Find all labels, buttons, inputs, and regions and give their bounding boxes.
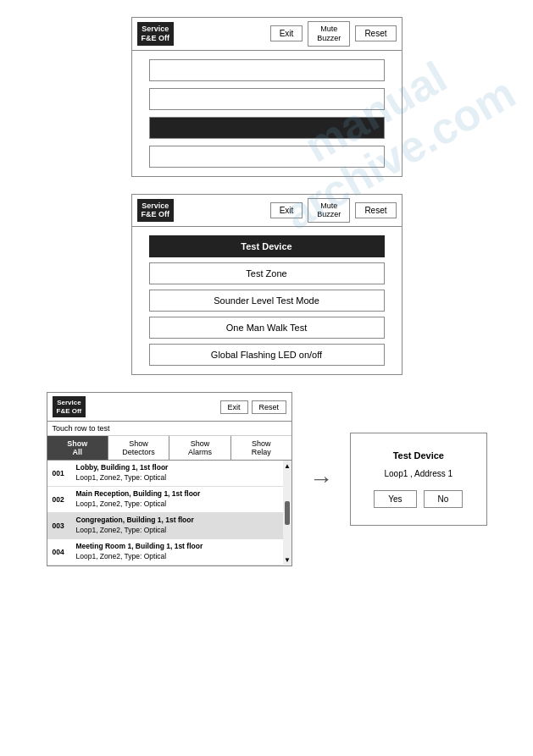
- panel2-body: Test Device Test Zone Sounder Level Test…: [132, 227, 402, 374]
- mute-button-1[interactable]: MuteBuzzer: [308, 21, 350, 47]
- panel-blank-input: ServiceF&E Off Exit MuteBuzzer Reset: [131, 17, 403, 177]
- yes-button[interactable]: Yes: [374, 490, 416, 508]
- filter-show-detectors[interactable]: ShowDetectors: [108, 436, 169, 460]
- input-row-1[interactable]: [149, 59, 385, 81]
- panel2-header: ServiceF&E Off Exit MuteBuzzer Reset: [132, 195, 402, 228]
- exit-button-2[interactable]: Exit: [270, 202, 303, 218]
- device-row[interactable]: 001 Lobby, Building 1, 1st floor Loop1, …: [47, 461, 292, 487]
- device-info: Congregation, Building 1, 1st floor Loop…: [76, 516, 280, 536]
- device-info: Lobby, Building 1, 1st floor Loop1, Zone…: [76, 463, 280, 483]
- no-button[interactable]: No: [424, 490, 464, 508]
- confirm-buttons: Yes No: [364, 490, 472, 508]
- device-name: Meeting Room 1, Building 1, 1st floor: [76, 542, 280, 552]
- menu-item-test-device[interactable]: Test Device: [149, 235, 385, 257]
- navigation-arrow: →: [309, 466, 333, 493]
- panel-device-list: ServiceF&E Off Exit Reset Touch row to t…: [47, 392, 293, 566]
- service-badge-2: ServiceF&E Off: [137, 199, 175, 223]
- device-name: Lobby, Building 1, 1st floor: [76, 463, 280, 473]
- device-num: 004: [53, 548, 71, 556]
- exit-button-3[interactable]: Exit: [220, 400, 248, 414]
- filter-show-relay[interactable]: ShowRelay: [231, 436, 291, 460]
- device-name: Main Reception, Building 1, 1st floor: [76, 489, 280, 499]
- device-info: Main Reception, Building 1, 1st floor Lo…: [76, 489, 280, 510]
- device-info: Meeting Room 1, Building 1, 1st floor Lo…: [76, 542, 280, 562]
- input-row-4[interactable]: [149, 146, 385, 168]
- reset-button-1[interactable]: Reset: [355, 25, 396, 41]
- device-name: Congregation, Building 1, 1st floor: [76, 516, 280, 526]
- panel3-header: ServiceF&E Off Exit Reset: [47, 393, 292, 422]
- confirm-panel: Test Device Loop1 , Address 1 Yes No: [350, 433, 486, 526]
- menu-item-one-man-walk[interactable]: One Man Walk Test: [149, 317, 385, 339]
- scrollbar[interactable]: ▲ ▼: [283, 461, 291, 565]
- device-num: 001: [53, 469, 71, 477]
- menu-item-test-zone[interactable]: Test Zone: [149, 262, 385, 284]
- mute-button-2[interactable]: MuteBuzzer: [308, 198, 350, 223]
- arrow-section: ServiceF&E Off Exit Reset Touch row to t…: [47, 392, 487, 566]
- filter-show-alarms[interactable]: ShowAlarms: [169, 436, 230, 460]
- service-badge-3: ServiceF&E Off: [53, 396, 86, 417]
- device-detail: Loop1, Zone2, Type: Optical: [76, 473, 280, 483]
- device-num: 002: [53, 495, 71, 504]
- filter-bar: ShowAll ShowDetectors ShowAlarms ShowRel…: [47, 436, 292, 461]
- reset-button-2[interactable]: Reset: [355, 202, 396, 218]
- input-row-2[interactable]: [149, 88, 385, 110]
- exit-button-1[interactable]: Exit: [270, 25, 303, 41]
- filter-show-all[interactable]: ShowAll: [47, 436, 108, 460]
- device-detail: Loop1, Zone2, Type: Optical: [76, 552, 280, 562]
- main-container: ServiceF&E Off Exit MuteBuzzer Reset Ser…: [0, 0, 533, 583]
- device-detail: Loop1, Zone2, Type: Optical: [76, 499, 280, 510]
- menu-item-global-flashing[interactable]: Global Flashing LED on/off: [149, 344, 385, 366]
- device-detail: Loop1, Zone2, Type: Optical: [76, 526, 280, 536]
- service-badge-1: ServiceF&E Off: [137, 22, 175, 46]
- device-row[interactable]: 003 Congregation, Building 1, 1st floor …: [47, 513, 292, 539]
- confirm-subtitle: Loop1 , Address 1: [364, 469, 472, 478]
- scroll-thumb: [285, 501, 290, 525]
- device-row[interactable]: 004 Meeting Room 1, Building 1, 1st floo…: [47, 539, 292, 566]
- confirm-title: Test Device: [364, 450, 472, 461]
- scroll-up-arrow[interactable]: ▲: [284, 462, 291, 470]
- device-row[interactable]: 002 Main Reception, Building 1, 1st floo…: [47, 487, 292, 513]
- reset-button-3[interactable]: Reset: [252, 400, 287, 414]
- scroll-down-arrow[interactable]: ▼: [284, 556, 291, 564]
- panel1-body: [132, 51, 402, 176]
- device-list: 001 Lobby, Building 1, 1st floor Loop1, …: [47, 461, 292, 565]
- device-num: 003: [53, 521, 71, 530]
- menu-item-sounder-level[interactable]: Sounder Level Test Mode: [149, 290, 385, 312]
- input-row-3-filled[interactable]: [149, 117, 385, 139]
- panel1-header: ServiceF&E Off Exit MuteBuzzer Reset: [132, 18, 402, 51]
- panel-test-device-menu: ServiceF&E Off Exit MuteBuzzer Reset Tes…: [131, 194, 403, 376]
- touch-row-label: Touch row to test: [47, 422, 292, 436]
